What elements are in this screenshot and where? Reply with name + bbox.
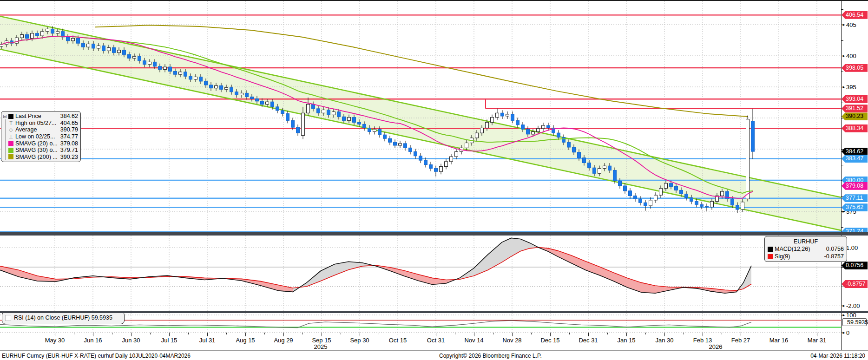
- candle-body: [77, 38, 80, 43]
- candle-body: [378, 129, 381, 135]
- date-axis-label: May 30: [45, 337, 65, 344]
- candle-body: [266, 102, 269, 104]
- regression-channel-line: [0, 16, 841, 197]
- low-marker-icon: ⊥: [8, 134, 13, 140]
- candle-body: [613, 170, 617, 181]
- candle-body: [373, 129, 376, 131]
- date-axis-tick: [550, 333, 551, 336]
- bloomberg-chart-window: May 30Jun 16Jun 30Jul 15Jul 31Aug 15Aug …: [0, 0, 868, 360]
- macd-cloud: [558, 251, 572, 263]
- legend-swatch-icon: [8, 114, 13, 119]
- date-axis-label: Jun 16: [84, 337, 102, 344]
- year-label: 2026: [709, 343, 723, 350]
- candle-body: [332, 112, 335, 115]
- candle-body: [388, 138, 392, 142]
- date-axis-tick: [93, 333, 93, 336]
- regression-channel-line: [0, 49, 841, 230]
- candle-body: [721, 191, 724, 196]
- candle-body: [72, 38, 75, 40]
- date-axis-label: Sep 15: [312, 337, 331, 344]
- legend-value: 390.79: [58, 126, 78, 133]
- candle-body: [128, 54, 131, 58]
- candle-body: [603, 166, 606, 168]
- candle-body: [450, 157, 453, 162]
- candle-body: [133, 56, 136, 58]
- price-axis-label: 383.47: [842, 155, 868, 163]
- date-axis-tick: [245, 333, 246, 336]
- date-axis: May 30Jun 16Jun 30Jul 15Jul 31Aug 15Aug …: [0, 333, 841, 350]
- candle-body: [363, 124, 366, 128]
- candle-body: [710, 202, 714, 207]
- candle-body: [123, 50, 126, 54]
- candle-body: [475, 133, 479, 138]
- date-axis-minor-tick: [798, 333, 798, 334]
- macd-legend[interactable]: EURHUF MACD(12,26)0.0756Sig(9)-0.8757: [764, 236, 847, 262]
- date-axis-tick: [588, 333, 589, 336]
- candle-body: [286, 114, 289, 121]
- rsi-legend[interactable]: RSI (14) on Close (EURHUF) 59.5935: [2, 311, 125, 324]
- candle-body: [143, 61, 146, 65]
- candle-body: [230, 87, 233, 92]
- candle-body: [491, 118, 494, 123]
- rsi-legend-label: RSI (14) on Close (EURHUF): [14, 314, 90, 321]
- candle-body: [583, 158, 586, 163]
- legend-row: THigh on 05/27...404.65: [3, 120, 78, 127]
- candle-body: [383, 135, 387, 138]
- legend-label: Low on 02/25...: [15, 133, 58, 140]
- candle-body: [327, 110, 330, 115]
- candle-body: [440, 167, 443, 172]
- price-legend[interactable]: ⊟Last Price384.62THigh on 05/27...404.65…: [1, 111, 81, 162]
- date-axis-minor-tick: [684, 333, 684, 334]
- candle-body: [547, 125, 550, 128]
- axis-tick: [842, 103, 843, 103]
- candle-body: [199, 77, 203, 81]
- candle-body: [741, 202, 744, 209]
- date-axis-tick: [207, 333, 208, 336]
- panel-divider-macd[interactable]: [0, 232, 868, 236]
- panel-divider-rsi[interactable]: [0, 311, 868, 313]
- date-axis-label: Jan 30: [655, 337, 673, 344]
- axis-tick-label: ►395: [842, 83, 856, 91]
- candle-body: [608, 166, 612, 170]
- legend-swatch-icon: [768, 247, 773, 252]
- date-axis-minor-tick: [264, 333, 265, 334]
- candle-body: [307, 105, 310, 113]
- date-axis-minor-tick: [341, 333, 341, 334]
- price-axis-label: 59.5935: [842, 318, 867, 326]
- date-axis-label: Nov 14: [464, 337, 483, 344]
- chart-plot-area: May 30Jun 16Jun 30Jul 15Jul 31Aug 15Aug …: [0, 1, 841, 360]
- candle-body: [138, 56, 141, 60]
- price-axis: ►405►400►395►375406.54398.05393.04391.52…: [841, 1, 868, 350]
- date-axis-minor-tick: [226, 333, 227, 334]
- candle-body: [302, 113, 305, 135]
- axis-tick: [842, 72, 843, 72]
- candle-body: [174, 72, 177, 75]
- candle-body: [66, 37, 70, 41]
- security-description: EURHUF Curncy (EUR-HUF X-RATE) eurhuf Da…: [2, 353, 191, 359]
- rsi-panel-chart: [0, 313, 841, 334]
- price-axis-label: 0.0756: [842, 262, 868, 269]
- timestamp: 04-Mar-2026 11:18:20: [810, 353, 865, 359]
- candle-body: [317, 109, 320, 113]
- macd-cloud: [19, 270, 37, 281]
- axis-tick-label: ►400: [842, 52, 856, 60]
- axis-tick: [842, 227, 843, 228]
- legend-label: Sig(9): [775, 253, 824, 260]
- candle-body: [419, 156, 422, 160]
- candle-body: [87, 44, 90, 47]
- candle-body: [358, 122, 361, 124]
- macd-cloud: [743, 266, 751, 289]
- candle-body: [46, 29, 49, 31]
- candle-body: [92, 44, 95, 48]
- date-axis-minor-tick: [455, 333, 455, 334]
- date-axis-tick: [55, 333, 55, 336]
- candle-body: [82, 43, 85, 47]
- axis-tick: [842, 196, 843, 196]
- date-axis-tick: [436, 333, 436, 336]
- legend-row: MACD(12,26)0.0756: [768, 245, 844, 253]
- candle-body: [261, 101, 264, 105]
- candle-body: [731, 199, 734, 205]
- candle-body: [578, 152, 581, 158]
- candle-body: [271, 102, 274, 107]
- rsi-legend-value: 59.5935: [92, 314, 112, 321]
